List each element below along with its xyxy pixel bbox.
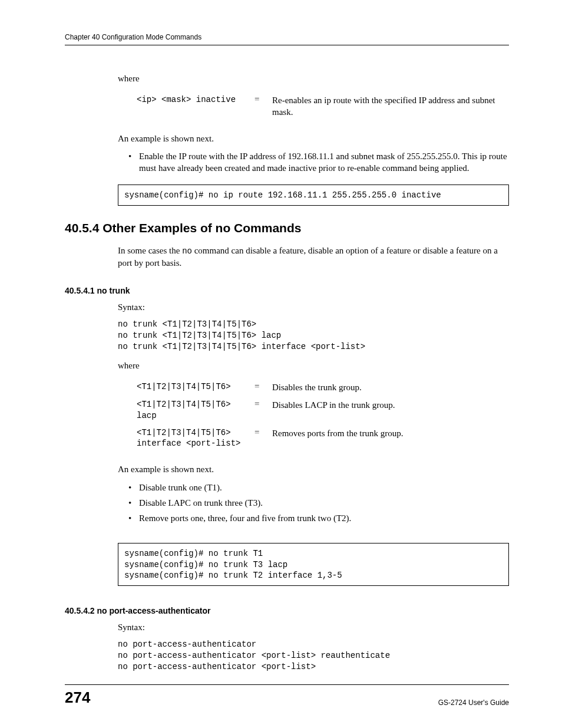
- list-item: • Enable the IP route with the IP addres…: [128, 150, 509, 174]
- spacer: [118, 275, 509, 286]
- code-example-1: sysname(config)# no ip route 192.168.11.…: [118, 185, 509, 206]
- param-row: <T1|T2|T3|T4|T5|T6> lacp = Disables LACP…: [137, 399, 509, 421]
- param-eq: =: [254, 427, 272, 437]
- syntax-label-2: Syntax:: [118, 621, 509, 633]
- where-label-1: where: [118, 74, 509, 84]
- param-desc: Re-enables an ip route with the specifie…: [272, 94, 509, 118]
- where-label-2: where: [118, 361, 509, 371]
- para-text-pre: In some cases the: [118, 246, 182, 255]
- page-content: where <ip> <mask> inactive = Re-enables …: [118, 74, 509, 673]
- chapter-title: Chapter 40 Configuration Mode Commands: [65, 33, 201, 41]
- param-desc: Removes ports from the trunk group.: [272, 427, 509, 439]
- spacer: [118, 601, 509, 606]
- example-intro-1: An example is shown next.: [118, 133, 509, 144]
- list-item: • Disable trunk one (T1).: [128, 482, 509, 493]
- inline-code-no: no: [182, 246, 192, 256]
- param-row: <T1|T2|T3|T4|T5|T6> interface <port-list…: [137, 427, 509, 450]
- param-table-1: <ip> <mask> inactive = Re-enables an ip …: [137, 94, 509, 118]
- param-eq: =: [254, 399, 272, 409]
- bullet-dot-icon: •: [128, 512, 139, 524]
- list-item: • Remove ports one, three, four and five…: [128, 512, 509, 524]
- param-row: <T1|T2|T3|T4|T5|T6> = Disables the trunk…: [137, 381, 509, 393]
- bullet-text: Enable the IP route with the IP address …: [139, 150, 509, 174]
- bullet-dot-icon: •: [128, 497, 139, 509]
- param-code: <ip> <mask> inactive: [137, 94, 254, 106]
- page-number: 274: [65, 689, 90, 707]
- param-table-2: <T1|T2|T3|T4|T5|T6> = Disables the trunk…: [137, 381, 509, 450]
- param-desc: Disables LACP in the trunk group.: [272, 399, 509, 411]
- bullet-text: Disable LAPC on trunk three (T3).: [139, 497, 263, 509]
- param-code: <T1|T2|T3|T4|T5|T6> interface <port-list…: [137, 427, 254, 450]
- bullet-text: Remove ports one, three, four and five f…: [139, 512, 351, 524]
- page-footer: 274 GS-2724 User's Guide: [65, 684, 509, 707]
- example-intro-2: An example is shown next.: [118, 463, 509, 475]
- list-item: • Disable LAPC on trunk three (T3).: [128, 497, 509, 509]
- syntax-block-2: no port-access-authenticator no port-acc…: [118, 639, 509, 673]
- bullet-dot-icon: •: [128, 482, 139, 493]
- param-eq: =: [254, 381, 272, 391]
- param-code: <T1|T2|T3|T4|T5|T6>: [137, 381, 254, 393]
- bullet-text: Disable trunk one (T1).: [139, 482, 222, 493]
- bullet-list-1: • Enable the IP route with the IP addres…: [128, 150, 509, 174]
- heading-40-5-4-2: 40.5.4.2 no port-access-authenticator: [65, 606, 509, 615]
- spacer: [118, 535, 509, 543]
- bullet-list-2: • Disable trunk one (T1). • Disable LAPC…: [128, 482, 509, 525]
- param-code: <T1|T2|T3|T4|T5|T6> lacp: [137, 399, 254, 421]
- heading-40-5-4-1: 40.5.4.1 no trunk: [65, 286, 509, 295]
- syntax-block-1: no trunk <T1|T2|T3|T4|T5|T6> no trunk <T…: [118, 319, 509, 353]
- param-eq: =: [254, 94, 272, 104]
- para-40-5-4: In some cases the no command can disable…: [118, 245, 509, 269]
- page-header: Chapter 40 Configuration Mode Commands: [65, 33, 509, 45]
- bullet-dot-icon: •: [128, 150, 139, 174]
- guide-name: GS-2724 User's Guide: [438, 699, 509, 707]
- param-desc: Disables the trunk group.: [272, 381, 509, 393]
- param-row: <ip> <mask> inactive = Re-enables an ip …: [137, 94, 509, 118]
- syntax-label-1: Syntax:: [118, 301, 509, 313]
- heading-40-5-4: 40.5.4 Other Examples of no Commands: [65, 221, 509, 235]
- code-example-2: sysname(config)# no trunk T1 sysname(con…: [118, 543, 509, 586]
